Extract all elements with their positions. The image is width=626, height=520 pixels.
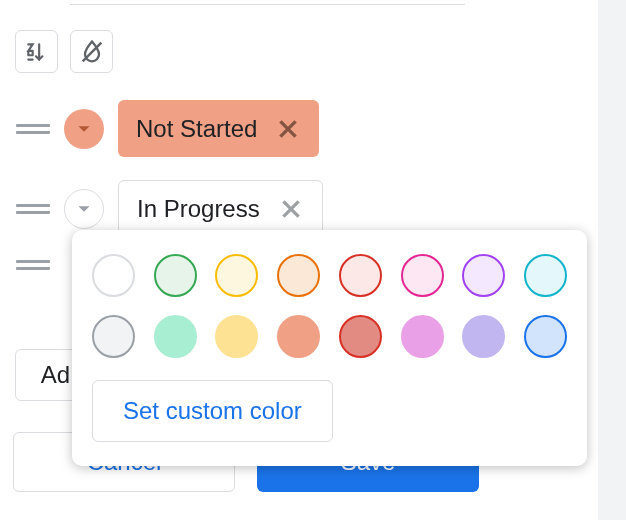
no-fill-icon [78, 38, 106, 66]
status-label-2: In Progress [137, 195, 260, 223]
status-row-1: Not Started [16, 100, 319, 157]
close-icon[interactable] [278, 196, 304, 222]
color-swatch[interactable] [462, 315, 505, 358]
drag-handle[interactable] [16, 124, 50, 134]
swatch-row-2 [92, 315, 567, 358]
chevron-down-icon [77, 122, 91, 136]
swatch-row-1 [92, 254, 567, 297]
drag-handle[interactable] [16, 260, 50, 270]
add-option-button[interactable]: Ad [15, 349, 77, 401]
drag-handle[interactable] [16, 204, 50, 214]
color-swatch[interactable] [154, 254, 197, 297]
color-swatch[interactable] [524, 315, 567, 358]
color-swatch[interactable] [339, 254, 382, 297]
status-chip-1[interactable]: Not Started [118, 100, 319, 157]
panel-content: Not Started In Progress Ad Cancel Save [0, 0, 598, 520]
set-custom-color-button[interactable]: Set custom color [92, 380, 333, 442]
status-row-3 [16, 260, 50, 270]
sort-az-icon [24, 39, 50, 65]
color-swatch[interactable] [215, 315, 258, 358]
color-swatch[interactable] [154, 315, 197, 358]
color-swatch[interactable] [401, 254, 444, 297]
color-swatch[interactable] [339, 315, 382, 358]
color-swatch[interactable] [92, 315, 135, 358]
custom-color-label: Set custom color [123, 397, 302, 424]
status-chip-2[interactable]: In Progress [118, 180, 323, 237]
color-swatch[interactable] [462, 254, 505, 297]
status-row-2: In Progress [16, 180, 323, 237]
status-label-1: Not Started [136, 115, 257, 143]
color-swatch[interactable] [277, 254, 320, 297]
right-gutter [598, 0, 626, 520]
color-swatch[interactable] [277, 315, 320, 358]
chevron-down-icon [77, 202, 91, 216]
color-picker-popover: Set custom color [72, 230, 587, 466]
color-swatch[interactable] [215, 254, 258, 297]
color-swatch[interactable] [524, 254, 567, 297]
color-select-2[interactable] [64, 189, 104, 229]
color-select-1[interactable] [64, 109, 104, 149]
add-option-label-stub: Ad [41, 361, 70, 389]
color-swatch[interactable] [401, 315, 444, 358]
close-icon[interactable] [275, 116, 301, 142]
sort-az-button[interactable] [15, 30, 58, 73]
no-color-button[interactable] [70, 30, 113, 73]
field-underline [70, 4, 465, 5]
toolbar [15, 30, 113, 73]
color-swatch[interactable] [92, 254, 135, 297]
